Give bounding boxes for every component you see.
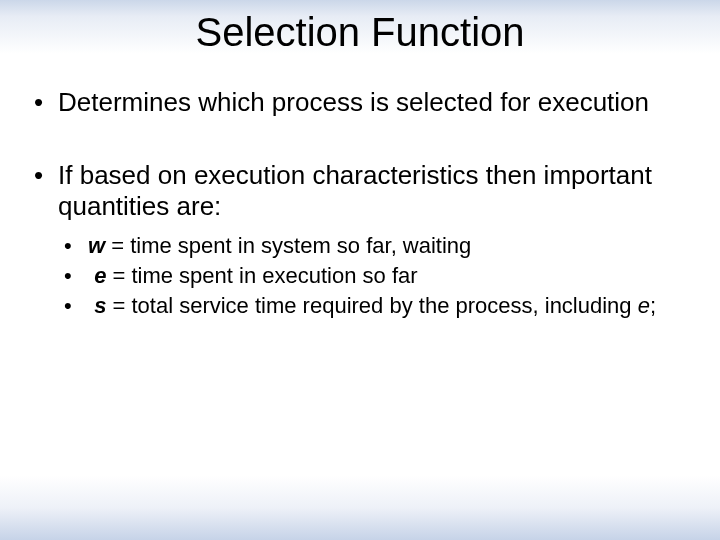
bullet-item: Determines which process is selected for… bbox=[28, 87, 692, 118]
bullet-text: Determines which process is selected for… bbox=[58, 87, 649, 117]
variable-e-ref: e bbox=[638, 293, 650, 318]
slide: Selection Function Determines which proc… bbox=[0, 0, 720, 540]
sub-bullet-item: s = total service time required by the p… bbox=[58, 293, 692, 319]
sub-bullet-text: = total service time required by the pro… bbox=[106, 293, 637, 318]
slide-body: Determines which process is selected for… bbox=[0, 59, 720, 320]
sub-bullet-list: w = time spent in system so far, waiting… bbox=[58, 233, 692, 320]
bullet-item: If based on execution characteristics th… bbox=[28, 160, 692, 320]
sub-bullet-text: = time spent in execution so far bbox=[106, 263, 417, 288]
sub-bullet-item: e = time spent in execution so far bbox=[58, 263, 692, 289]
bullet-list: Determines which process is selected for… bbox=[28, 87, 692, 320]
punct: ; bbox=[650, 293, 656, 318]
sub-bullet-item: w = time spent in system so far, waiting bbox=[58, 233, 692, 259]
bullet-text: If based on execution characteristics th… bbox=[58, 160, 652, 221]
variable-e: e bbox=[94, 263, 106, 288]
slide-title: Selection Function bbox=[0, 0, 720, 59]
sub-bullet-text: = time spent in system so far, waiting bbox=[105, 233, 471, 258]
variable-w: w bbox=[88, 233, 105, 258]
variable-s: s bbox=[94, 293, 106, 318]
